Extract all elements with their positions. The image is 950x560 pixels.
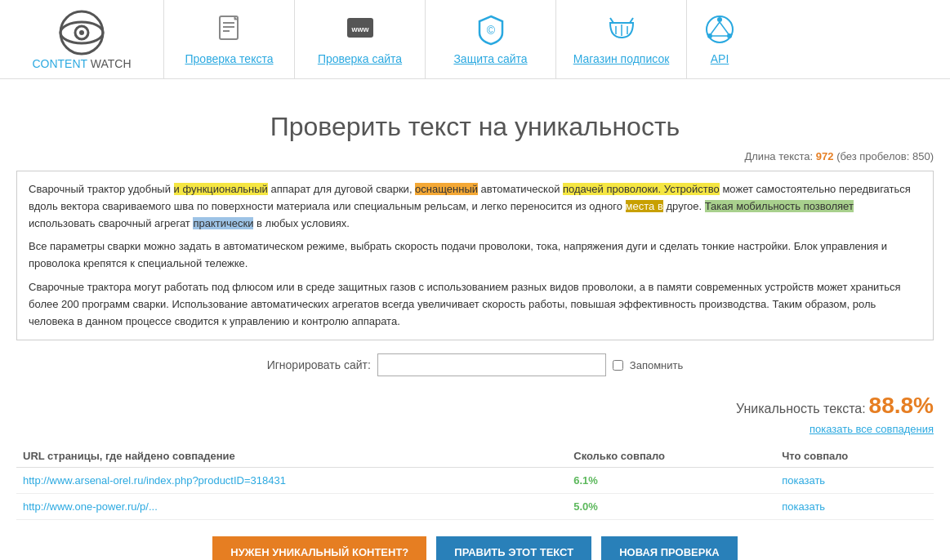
url-link[interactable]: http://www.arsenal-orel.ru/index.php?pro… [23, 474, 286, 487]
nav-shop[interactable]: Магазин подписок [555, 0, 686, 78]
show-match-link[interactable]: показать [782, 500, 825, 513]
nav-text-check-label: Проверка текста [185, 52, 274, 65]
table-row: http://www.one-power.ru/p/... 5.0% показ… [16, 494, 934, 520]
table-row: http://www.arsenal-orel.ru/index.php?pro… [16, 468, 934, 494]
uniqueness-label: Уникальность текста: [736, 402, 866, 416]
nav-api[interactable]: API [686, 0, 752, 78]
cell-action: показать [775, 494, 934, 520]
text-length-count: 972 [816, 150, 834, 162]
cell-action: показать [775, 468, 934, 494]
www-icon: www [344, 13, 377, 46]
nav-text-check[interactable]: Проверка текста [163, 0, 294, 78]
highlight-2: оснащенный [415, 183, 478, 195]
results-header-row: URL страницы, где найдено совпадение Ско… [16, 445, 934, 468]
cell-percent: 5.0% [567, 494, 775, 520]
nav-site-check-label: Проверка сайта [318, 52, 402, 65]
nav-site-check[interactable]: www Проверка сайта [294, 0, 425, 78]
logo-text: CONTENT WATCH [32, 57, 131, 70]
show-all-link[interactable]: показать все совпадения [810, 423, 934, 435]
url-link[interactable]: http://www.one-power.ru/p/... [23, 500, 158, 513]
api-icon [703, 13, 736, 46]
show-all-matches[interactable]: показать все совпадения [16, 422, 934, 435]
uniqueness-row: Уникальность текста: 88.8% [16, 393, 934, 419]
ignore-site-input[interactable] [377, 353, 606, 376]
logo[interactable]: CONTENT WATCH [0, 0, 163, 78]
edit-text-button[interactable]: ПРАВИТЬ ЭТОТ ТЕКСТ [436, 536, 591, 560]
svg-point-19 [707, 33, 712, 38]
svg-point-3 [79, 30, 84, 35]
nav-site-protect-label: Защита сайта [453, 52, 527, 65]
nav-site-protect[interactable]: © Защита сайта [425, 0, 555, 78]
results-table-header: URL страницы, где найдено совпадение Ско… [16, 445, 934, 468]
ignore-site-label: Игнорировать сайт: [267, 358, 371, 371]
text-content-box: Сварочный трактор удобный и функциональн… [16, 171, 934, 340]
text-paragraph-1: Сварочный трактор удобный и функциональн… [29, 181, 921, 232]
new-check-button[interactable]: НОВАЯ ПРОВЕРКА [601, 536, 738, 560]
svg-line-21 [711, 22, 720, 34]
highlight-5: Такая мобильность позволяет [705, 200, 854, 212]
uniqueness-value: 88.8% [869, 393, 934, 418]
svg-point-20 [727, 33, 732, 38]
text-length-extra: (без пробелов: 850) [836, 150, 934, 162]
results-table-body: http://www.arsenal-orel.ru/index.php?pro… [16, 468, 934, 520]
col-url: URL страницы, где найдено совпадение [16, 445, 567, 468]
page-title: Проверить текст на уникальность [16, 112, 934, 142]
logo-icon [57, 8, 106, 57]
highlight-4: места в [626, 200, 663, 212]
highlight-3: подачей проволоки. Устройство [563, 183, 720, 195]
text-length-info: Длина текста: 972 (без пробелов: 850) [16, 150, 934, 162]
remember-label: Запомнить [630, 359, 683, 371]
text-length-label: Длина текста: [744, 150, 813, 162]
buttons-row: НУЖЕН УНИКАЛЬНЫЙ КОНТЕНТ? ПРАВИТЬ ЭТОТ Т… [16, 536, 934, 560]
svg-text:©: © [486, 24, 495, 37]
doc-icon [213, 13, 246, 46]
nav-shop-label: Магазин подписок [573, 52, 670, 65]
cell-percent: 6.1% [567, 468, 775, 494]
logo-content: CONTENT [32, 57, 87, 70]
results-table: URL страницы, где найдено совпадение Ско… [16, 445, 934, 520]
col-percent: Сколько совпало [567, 445, 775, 468]
svg-text:www: www [350, 25, 369, 33]
col-action: Что совпало [775, 445, 934, 468]
cell-url: http://www.one-power.ru/p/... [16, 494, 567, 520]
shield-icon: © [475, 13, 507, 46]
nav-api-label: API [711, 52, 729, 65]
unique-content-button[interactable]: НУЖЕН УНИКАЛЬНЫЙ КОНТЕНТ? [212, 536, 426, 560]
cell-url: http://www.arsenal-orel.ru/index.php?pro… [16, 468, 567, 494]
highlight-6: практически [193, 217, 253, 229]
svg-line-22 [720, 22, 729, 34]
ignore-site-row: Игнорировать сайт: Запомнить [16, 353, 934, 376]
logo-watch: WATCH [87, 57, 132, 70]
highlight-1: и функциональный [174, 183, 268, 195]
main-content: Проверить текст на уникальность Длина те… [0, 79, 950, 560]
header: CONTENT WATCH Проверка текста www Провер… [0, 0, 950, 79]
remember-checkbox[interactable] [613, 360, 623, 371]
show-match-link[interactable]: показать [782, 474, 825, 487]
basket-icon [605, 13, 638, 46]
svg-point-18 [717, 17, 722, 22]
text-paragraph-3: Сварочные трактора могут работать под фл… [29, 279, 921, 330]
text-paragraph-2: Все параметры сварки можно задать в авто… [29, 238, 921, 273]
